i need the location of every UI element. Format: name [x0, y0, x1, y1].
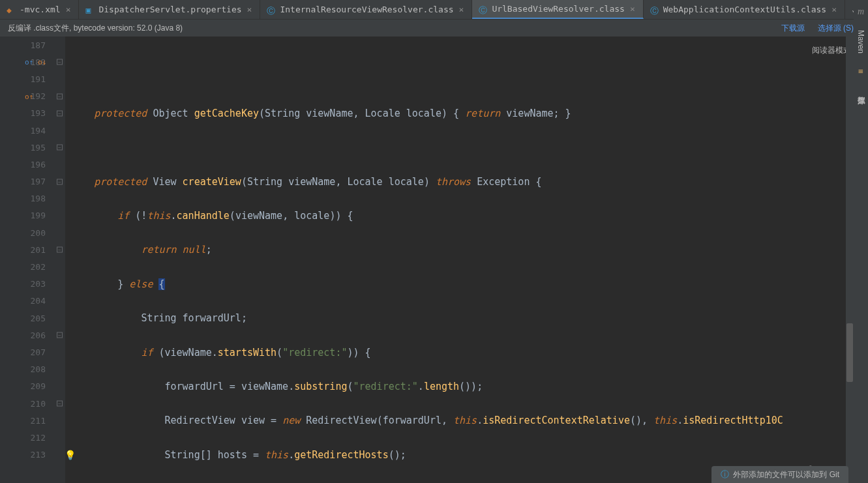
class-icon: Ⓒ — [267, 5, 276, 14]
close-icon[interactable]: × — [65, 5, 72, 14]
line-num: 204 — [31, 296, 46, 306]
code-area[interactable]: 阅读器模式 protected Object getCacheKey(Strin… — [65, 37, 868, 483]
maven-icon[interactable]: m — [858, 7, 864, 17]
fold-icon[interactable]: − — [57, 59, 63, 65]
line-num: 205 — [31, 314, 46, 323]
fold-icon[interactable]: − — [57, 145, 63, 151]
line-num: 200 — [31, 228, 46, 238]
tab-dispatcher[interactable]: ▣ DispatcherServlet.properties × — [79, 0, 260, 19]
line-num: 206 — [31, 330, 46, 340]
tab-label: WebApplicationContextUtils.class — [663, 5, 826, 14]
git-notification[interactable]: ⓘ 外部添加的文件可以添加到 Git — [711, 466, 848, 483]
fold-icon[interactable]: − — [57, 179, 63, 184]
line-num: 191 — [31, 74, 46, 84]
line-num: 199 — [31, 211, 46, 220]
override-icon[interactable]: o↑ o↓ — [25, 58, 46, 66]
fold-icon[interactable]: − — [57, 401, 63, 407]
close-icon[interactable]: × — [830, 5, 838, 14]
line-num: 195 — [31, 143, 46, 153]
decompiler-info-bar: 反编译 .class文件, bytecode version: 52.0 (Ja… — [0, 20, 868, 37]
scrollbar[interactable] — [846, 37, 854, 483]
line-num: 194 — [31, 126, 46, 136]
right-tool-bar: m Maven ≡ 数据库 — [854, 0, 868, 483]
line-num: 213 — [31, 450, 46, 460]
maven-tool[interactable]: Maven — [856, 30, 865, 53]
editor: 187 o↑ o↓188− 191 o↑192− 193− 194 195− 1… — [0, 37, 868, 483]
tab-url-resolver[interactable]: Ⓒ UrlBasedViewResolver.class × — [472, 0, 643, 19]
tab-webapp-utils[interactable]: Ⓒ WebApplicationContextUtils.class × — [644, 0, 845, 19]
override-icon[interactable]: o↑ — [25, 92, 33, 100]
info-icon: ⓘ — [721, 469, 729, 480]
properties-icon: ▣ — [85, 5, 95, 14]
tab-label: UrlBasedViewResolver.class — [492, 4, 625, 14]
decompile-info: 反编译 .class文件, bytecode version: 52.0 (Ja… — [8, 23, 183, 34]
line-num: 197 — [31, 177, 46, 186]
line-num: 209 — [31, 381, 46, 391]
database-icon[interactable]: ≡ — [858, 66, 863, 77]
line-num: 203 — [31, 279, 46, 289]
line-num: 208 — [31, 364, 46, 374]
fold-icon[interactable]: − — [57, 247, 63, 253]
fold-icon[interactable]: − — [57, 93, 63, 99]
line-num: 207 — [31, 347, 46, 357]
close-icon[interactable]: × — [246, 5, 254, 14]
scroll-thumb[interactable] — [846, 323, 853, 382]
line-num: 193 — [31, 108, 46, 118]
download-sources-link[interactable]: 下载源 — [781, 23, 805, 34]
fold-icon[interactable]: − — [57, 110, 63, 116]
line-num: 212 — [31, 433, 46, 443]
xml-icon: ◆ — [7, 5, 16, 14]
gutter: 187 o↑ o↓188− 191 o↑192− 193− 194 195− 1… — [0, 37, 65, 483]
line-num: 210 — [31, 399, 46, 409]
tab-internal-resolver[interactable]: Ⓒ InternalResourceViewResolver.class × — [260, 0, 472, 19]
close-icon[interactable]: × — [458, 5, 466, 14]
editor-tabs: ◆ -mvc.xml × ▣ DispatcherServlet.propert… — [0, 0, 868, 20]
line-num: 196 — [31, 160, 46, 169]
class-icon: Ⓒ — [479, 5, 488, 14]
line-num: 187 — [31, 40, 46, 50]
line-num: 198 — [31, 194, 46, 203]
tab-mvc-xml[interactable]: ◆ -mvc.xml × — [0, 0, 79, 19]
line-num: 201 — [31, 245, 46, 255]
close-icon[interactable]: × — [629, 4, 636, 14]
notification-text: 外部添加的文件可以添加到 Git — [733, 469, 839, 480]
fold-icon[interactable]: − — [57, 332, 63, 338]
tab-label: DispatcherServlet.properties — [98, 5, 241, 14]
line-num: 202 — [31, 262, 46, 272]
tab-label: -mvc.xml — [20, 5, 61, 14]
tab-label: InternalResourceViewResolver.class — [280, 5, 453, 14]
line-num: 211 — [31, 416, 46, 426]
reader-mode-button[interactable]: 阅读器模式 — [812, 42, 851, 59]
intention-bulb-icon[interactable]: 💡 — [65, 450, 76, 460]
class-icon: Ⓒ — [650, 5, 659, 14]
